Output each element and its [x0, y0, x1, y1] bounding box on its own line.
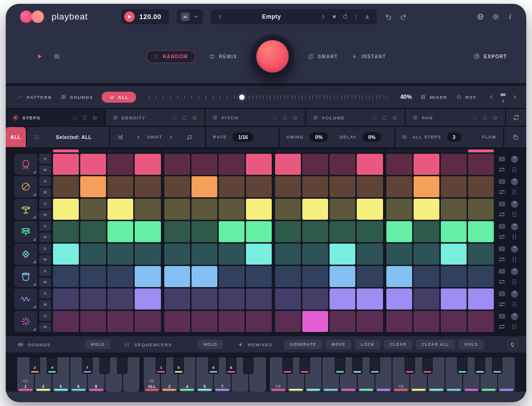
step-cell[interactable]	[330, 311, 355, 332]
globe-icon[interactable]	[477, 13, 484, 21]
step-cell[interactable]	[53, 154, 79, 175]
step-cell[interactable]	[441, 266, 467, 287]
step-cell[interactable]	[246, 154, 272, 175]
tab-pitch[interactable]: PITCH	[206, 109, 305, 126]
loop-icon[interactable]	[482, 115, 488, 120]
step-cell[interactable]	[135, 288, 160, 310]
step-cell[interactable]	[414, 221, 439, 242]
dice-icon[interactable]	[372, 115, 377, 120]
power-icon[interactable]	[292, 115, 298, 120]
mute-button[interactable]: M	[39, 210, 51, 220]
solo-button[interactable]: S	[39, 154, 51, 164]
regenerate-button[interactable]	[506, 109, 526, 126]
power-icon[interactable]	[92, 115, 97, 120]
mute-button[interactable]: M	[39, 300, 51, 310]
step-cell[interactable]	[441, 199, 467, 220]
step-cell[interactable]	[135, 244, 160, 265]
step-cell[interactable]	[386, 199, 412, 220]
piano-key-black[interactable]	[370, 357, 380, 374]
step-cell[interactable]	[330, 154, 355, 175]
pattern-prev-icon[interactable]	[489, 94, 494, 100]
reload-preset-icon[interactable]	[342, 14, 348, 20]
smart-button[interactable]: SMART	[308, 53, 338, 60]
step-cell[interactable]	[414, 154, 439, 175]
step-cell[interactable]	[219, 244, 245, 265]
step-cell[interactable]	[468, 266, 494, 287]
step-cell[interactable]	[80, 266, 106, 287]
step-cell[interactable]	[80, 311, 106, 332]
tab-pan[interactable]: PAN	[406, 109, 505, 126]
piano-key-black[interactable]	[99, 357, 110, 374]
step-cell[interactable]	[357, 311, 383, 332]
step-cell[interactable]	[164, 154, 190, 175]
power-icon[interactable]	[492, 115, 498, 120]
piano-key-black[interactable]	[117, 357, 128, 374]
dice-icon[interactable]	[72, 115, 77, 120]
step-cell[interactable]	[302, 311, 328, 332]
track-sliders-icon[interactable]	[498, 300, 506, 308]
power-icon[interactable]	[192, 115, 197, 120]
step-cell[interactable]	[468, 244, 494, 265]
step-cell[interactable]	[468, 176, 494, 197]
loop-icon[interactable]	[282, 115, 287, 120]
random-button[interactable]: RANDOM	[146, 50, 196, 63]
track-all-tab[interactable]: ALL	[6, 127, 26, 147]
step-cell[interactable]	[330, 244, 355, 265]
track-select-hihat-closed[interactable]	[14, 199, 37, 220]
step-cell[interactable]	[164, 176, 190, 197]
step-cell[interactable]	[164, 311, 190, 332]
play-icon[interactable]	[36, 53, 43, 60]
piano-key-black[interactable]: 2	[30, 357, 40, 374]
export-button[interactable]: EXPORT	[473, 53, 507, 60]
step-cell[interactable]	[80, 176, 106, 197]
more-options-icon[interactable]	[353, 14, 359, 20]
preset-prev-icon[interactable]	[217, 14, 223, 20]
drag-handle-icon[interactable]	[511, 166, 518, 173]
step-cell[interactable]	[135, 154, 160, 175]
lock-button[interactable]: LOCK	[355, 340, 380, 349]
step-cell[interactable]	[357, 221, 383, 242]
step-cell[interactable]	[107, 311, 133, 332]
redo-icon[interactable]	[400, 13, 407, 21]
step-cell[interactable]	[53, 244, 79, 265]
track-sliders-icon[interactable]	[498, 166, 506, 173]
step-cell[interactable]	[441, 288, 467, 310]
ai-menu[interactable]: AI	[177, 9, 203, 24]
clear-track-icon[interactable]	[498, 312, 506, 320]
mixer-button[interactable]: MIXER	[420, 94, 447, 100]
step-cell[interactable]	[164, 244, 190, 265]
step-cell[interactable]	[468, 154, 494, 175]
solo-button[interactable]: S	[39, 176, 51, 186]
step-cell[interactable]	[246, 266, 272, 287]
track-select-synth-wave[interactable]	[14, 288, 37, 310]
piano-key-black[interactable]: 6	[208, 357, 219, 374]
step-cell[interactable]	[192, 176, 217, 197]
step-cell[interactable]	[80, 288, 106, 310]
mute-button[interactable]: M	[39, 188, 51, 198]
piano-key-black[interactable]: 3	[173, 357, 184, 374]
step-cell[interactable]	[386, 154, 412, 175]
delay-value[interactable]: 0%	[362, 132, 381, 142]
step-cell[interactable]	[219, 221, 245, 242]
step-cell[interactable]	[53, 199, 79, 220]
drag-handle-icon[interactable]	[511, 278, 518, 286]
step-cell[interactable]	[414, 176, 439, 197]
track-select-tom[interactable]	[14, 266, 37, 287]
piano-key-black[interactable]	[457, 357, 468, 374]
dice-icon[interactable]	[472, 115, 478, 120]
step-cell[interactable]	[275, 311, 301, 332]
sequencers-hold-button[interactable]: HOLD	[198, 340, 223, 349]
track-select-kick[interactable]	[14, 154, 37, 175]
reset-button[interactable]: RST.	[456, 94, 478, 100]
settings-gear-icon[interactable]	[492, 13, 500, 21]
track-select-shaker[interactable]	[14, 244, 37, 265]
piano-key-black[interactable]	[492, 357, 502, 374]
sounds-tab[interactable]: SOUNDS	[61, 94, 93, 100]
step-cell[interactable]	[275, 244, 301, 265]
step-cell[interactable]	[219, 288, 245, 310]
dice-icon[interactable]	[172, 115, 177, 120]
step-cell[interactable]	[302, 176, 328, 197]
mute-button[interactable]: M	[39, 233, 51, 243]
piano-key-black[interactable]	[404, 357, 415, 374]
step-cell[interactable]	[302, 266, 328, 287]
